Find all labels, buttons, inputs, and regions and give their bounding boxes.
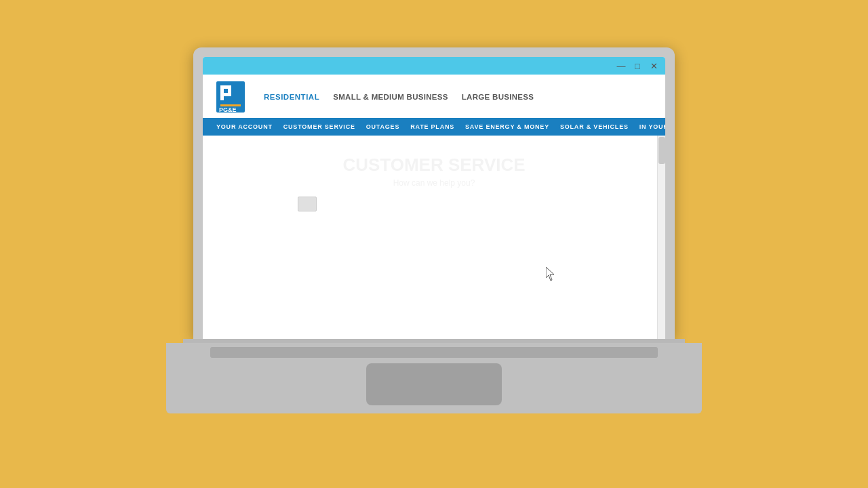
subnav-customer-service[interactable]: CUSTOMER SERVICE bbox=[283, 123, 355, 130]
nav-item-smb[interactable]: SMALL & MEDIUM BUSINESS bbox=[333, 93, 448, 101]
svg-text:PG&E: PG&E bbox=[219, 106, 237, 113]
minimize-button[interactable]: — bbox=[615, 60, 627, 72]
nav-item-residential[interactable]: RESIDENTIAL bbox=[264, 93, 319, 101]
loading-placeholder bbox=[298, 197, 317, 211]
nav-item-large-biz[interactable]: LARGE BUSINESS bbox=[462, 93, 534, 101]
svg-marker-7 bbox=[546, 267, 554, 281]
sub-nav: YOUR ACCOUNT CUSTOMER SERVICE OUTAGES RA… bbox=[203, 118, 665, 136]
close-button[interactable]: ✕ bbox=[648, 60, 660, 72]
scrollbar-thumb[interactable] bbox=[658, 137, 665, 164]
page-content: CUSTOMER SERVICE How can we help you? bbox=[203, 136, 665, 339]
main-nav: RESIDENTIAL SMALL & MEDIUM BUSINESS LARG… bbox=[264, 93, 534, 101]
laptop-base bbox=[166, 343, 702, 413]
trackpad[interactable] bbox=[366, 363, 502, 405]
subnav-community[interactable]: IN YOUR COMMUNITY bbox=[639, 123, 665, 130]
browser-window: — □ ✕ bbox=[203, 57, 665, 339]
subnav-solar[interactable]: SOLAR & VEHICLES bbox=[560, 123, 629, 130]
subnav-outages[interactable]: OUTAGES bbox=[366, 123, 399, 130]
site-header: PG&E RESIDENTIAL SMALL & MEDIUM BUSINESS… bbox=[203, 75, 665, 118]
keyboard-strip bbox=[210, 347, 658, 358]
page-bg-hint: CUSTOMER SERVICE How can we help you? bbox=[342, 155, 525, 188]
subnav-your-account[interactable]: YOUR ACCOUNT bbox=[216, 123, 273, 130]
subnav-save-energy[interactable]: SAVE ENERGY & MONEY bbox=[465, 123, 549, 130]
browser-titlebar: — □ ✕ bbox=[203, 57, 665, 75]
mouse-cursor bbox=[546, 267, 558, 285]
maximize-button[interactable]: □ bbox=[631, 60, 644, 72]
pge-logo: PG&E bbox=[216, 81, 245, 113]
laptop-container: — □ ✕ bbox=[166, 47, 702, 413]
laptop-screen-bezel: — □ ✕ bbox=[193, 47, 675, 339]
scrollbar-track[interactable] bbox=[657, 136, 665, 339]
svg-rect-4 bbox=[228, 85, 231, 96]
subnav-rate-plans[interactable]: RATE PLANS bbox=[410, 123, 454, 130]
